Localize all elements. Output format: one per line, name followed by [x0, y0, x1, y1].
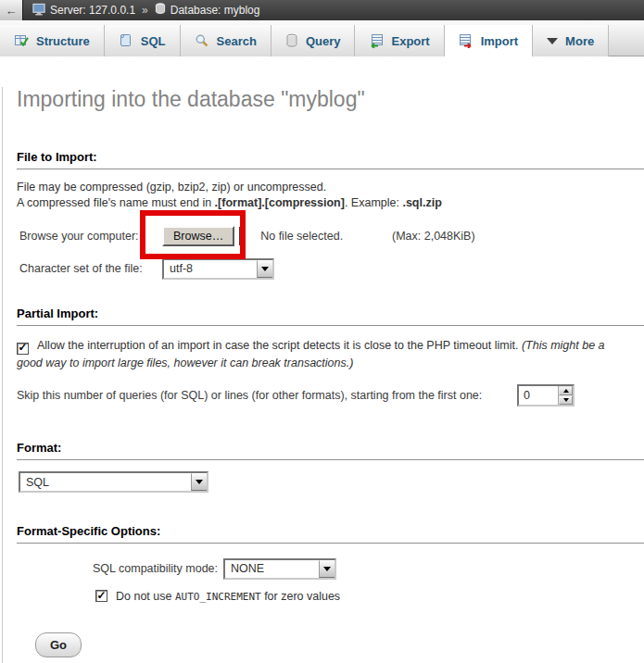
- tab-search[interactable]: Search: [181, 25, 271, 56]
- dropdown-arrow-icon[interactable]: [257, 260, 272, 278]
- database-cylinder-icon: [285, 33, 298, 48]
- tab-import[interactable]: Import: [445, 25, 533, 56]
- sql-compat-selected-value: NONE: [225, 560, 319, 578]
- breadcrumb-separator: »: [142, 4, 148, 17]
- tab-label: Import: [481, 34, 518, 48]
- format-selected-value: SQL: [20, 473, 191, 491]
- tab-query[interactable]: Query: [271, 25, 356, 56]
- sql-compat-label: SQL compatibility mode:: [93, 562, 218, 575]
- breadcrumb-bar: ← Server: 127.0.0.1 » Database: myblog: [0, 0, 644, 20]
- tab-label: SQL: [141, 34, 166, 48]
- table-import-icon: [459, 33, 474, 48]
- back-arrow-icon: ←: [6, 4, 18, 18]
- charset-selected-value: utf-8: [164, 260, 257, 278]
- format-select[interactable]: SQL: [19, 471, 208, 493]
- section-heading-partial-import: Partial Import:: [17, 306, 644, 326]
- max-upload-size-text: (Max: 2,048KiB): [392, 230, 475, 243]
- go-button[interactable]: Go: [35, 632, 82, 657]
- spinner-up-icon[interactable]: [559, 386, 573, 395]
- table-export-icon: [369, 33, 384, 48]
- server-icon: [32, 3, 45, 19]
- tab-label: Query: [306, 34, 341, 48]
- dropdown-arrow-icon[interactable]: [191, 473, 207, 491]
- search-icon: [195, 33, 209, 48]
- file-import-help-text: File may be compressed (gzip, bzip2, zip…: [17, 180, 644, 210]
- database-icon: [155, 3, 166, 18]
- structure-table-icon: [14, 33, 29, 48]
- chevron-down-icon: [547, 38, 558, 44]
- dropdown-arrow-icon[interactable]: [319, 560, 335, 578]
- skip-queries-row: Skip this number of queries (for SQL) or…: [17, 384, 644, 407]
- section-heading-format: Format:: [17, 441, 644, 460]
- phpmyadmin-import-page: ← Server: 127.0.0.1 » Database: myblog S…: [0, 0, 644, 663]
- breadcrumb-server[interactable]: Server: 127.0.0.1: [50, 4, 135, 17]
- spinner-down-icon[interactable]: [559, 395, 573, 405]
- skip-queries-value: 0: [519, 386, 558, 405]
- tab-label: Structure: [36, 34, 90, 48]
- charset-row: Character set of the file: utf-8: [17, 258, 644, 279]
- section-heading-file-to-import: File to Import:: [17, 150, 644, 169]
- charset-label: Character set of the file:: [19, 262, 162, 275]
- browse-computer-label: Browse your computer:: [19, 230, 162, 243]
- tab-bar: Structure SQL Search Query Export: [0, 20, 644, 56]
- sql-compat-row: SQL compatibility mode: NONE: [93, 557, 644, 580]
- auto-increment-code: AUTO_INCREMENT: [175, 591, 261, 603]
- tab-more[interactable]: More: [533, 25, 609, 56]
- allow-interrupt-checkbox[interactable]: [17, 343, 29, 355]
- auto-increment-option: Do not use AUTO_INCREMENT for zero value…: [95, 590, 644, 603]
- skip-queries-spinner[interactable]: 0: [517, 384, 575, 407]
- back-button[interactable]: ←: [0, 0, 23, 20]
- tab-label: Export: [391, 34, 429, 48]
- tab-sql[interactable]: SQL: [105, 25, 181, 56]
- breadcrumb-database[interactable]: Database: myblog: [170, 4, 260, 17]
- auto-increment-text: Do not use AUTO_INCREMENT for zero value…: [116, 590, 340, 603]
- tab-export[interactable]: Export: [355, 25, 444, 56]
- browse-row: Browse your computer: Browse… No file se…: [17, 226, 644, 246]
- file-input-caret: [239, 227, 241, 245]
- tab-structure[interactable]: Structure: [0, 25, 105, 56]
- skip-queries-label: Skip this number of queries (for SQL) or…: [17, 389, 482, 402]
- sql-page-icon: [119, 33, 133, 48]
- allow-interrupt-text: Allow the interruption of an import in c…: [37, 339, 522, 352]
- main-content: Importing into the database "myblog" Fil…: [2, 87, 644, 663]
- tab-label: More: [565, 34, 594, 48]
- allow-interrupt-option: Allow the interruption of an import in c…: [17, 337, 644, 372]
- page-title: Importing into the database "myblog": [17, 87, 644, 112]
- sql-compat-select[interactable]: NONE: [223, 558, 336, 580]
- breadcrumb: Server: 127.0.0.1 » Database: myblog: [32, 3, 259, 19]
- auto-increment-checkbox[interactable]: [95, 590, 107, 602]
- charset-select[interactable]: utf-8: [162, 258, 274, 280]
- tab-label: Search: [217, 34, 257, 48]
- browse-button[interactable]: Browse…: [162, 226, 234, 246]
- no-file-selected-text: No file selected.: [260, 230, 343, 243]
- section-heading-format-options: Format-Specific Options:: [17, 524, 644, 544]
